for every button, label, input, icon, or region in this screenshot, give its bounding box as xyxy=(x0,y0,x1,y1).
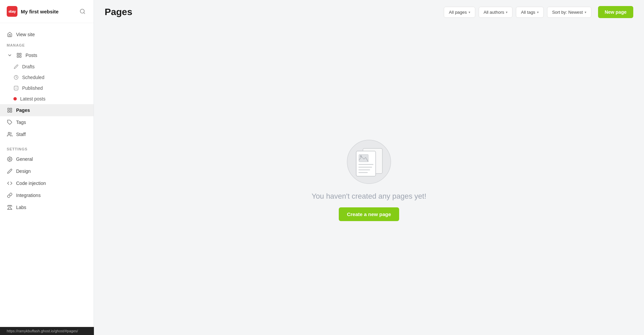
integrations-label: Integrations xyxy=(16,193,41,198)
manage-section-label: MANAGE xyxy=(0,41,94,49)
published-icon xyxy=(13,85,19,91)
sidebar-item-drafts[interactable]: Drafts xyxy=(0,61,94,72)
pages-icon xyxy=(7,107,13,113)
all-authors-label: All authors xyxy=(484,10,504,15)
staff-icon xyxy=(7,131,13,137)
empty-illustration xyxy=(345,138,392,185)
svg-rect-9 xyxy=(8,108,9,110)
staff-label: Staff xyxy=(16,132,26,137)
published-label: Published xyxy=(22,85,43,91)
sidebar-item-labs[interactable]: Labs xyxy=(0,201,94,213)
main-header: Pages All pages ▾ All authors ▾ All tags… xyxy=(94,0,644,24)
sidebar-item-posts[interactable]: Posts xyxy=(0,49,94,61)
design-icon xyxy=(7,168,13,174)
svg-point-15 xyxy=(9,158,10,160)
svg-rect-5 xyxy=(17,56,19,57)
status-bar: https://ramykbuffash.ghost.io/ghost/#pag… xyxy=(0,327,94,335)
create-new-page-button[interactable]: Create a new page xyxy=(339,207,399,221)
general-label: General xyxy=(16,156,33,162)
latest-posts-dot xyxy=(13,97,17,100)
status-url: https://ramykbuffash.ghost.io/ghost/#pag… xyxy=(7,329,78,333)
sidebar-item-tags[interactable]: Tags xyxy=(0,116,94,128)
code-icon xyxy=(7,180,13,186)
tag-icon xyxy=(7,119,13,125)
all-authors-chevron: ▾ xyxy=(506,10,507,14)
all-pages-label: All pages xyxy=(449,10,467,15)
header-controls: All pages ▾ All authors ▾ All tags ▾ Sor… xyxy=(444,6,633,18)
sidebar-item-latest-posts[interactable]: Latest posts xyxy=(0,93,94,104)
all-pages-filter[interactable]: All pages ▾ xyxy=(444,7,475,18)
sidebar-item-code-injection[interactable]: Code injection xyxy=(0,177,94,189)
scheduled-label: Scheduled xyxy=(22,75,44,80)
view-site-label: View site xyxy=(16,32,35,37)
all-tags-label: All tags xyxy=(521,10,535,15)
sidebar-item-general[interactable]: General xyxy=(0,153,94,165)
posts-icon xyxy=(16,52,22,58)
sidebar-item-published[interactable]: Published xyxy=(0,83,94,93)
sidebar: ebay My first website View site MANAGE xyxy=(0,0,94,335)
sidebar-brand: ebay My first website xyxy=(7,6,59,17)
drafts-label: Drafts xyxy=(22,64,35,69)
posts-label: Posts xyxy=(25,53,37,58)
svg-rect-4 xyxy=(19,56,21,57)
labs-icon xyxy=(7,204,13,210)
svg-rect-10 xyxy=(10,108,12,110)
page-title: Pages xyxy=(105,7,132,17)
sidebar-header: ebay My first website xyxy=(0,0,94,23)
svg-point-14 xyxy=(8,132,10,134)
svg-rect-11 xyxy=(10,111,12,112)
sidebar-item-staff[interactable]: Staff xyxy=(0,128,94,140)
chevron-down-icon xyxy=(7,52,13,58)
sidebar-item-pages[interactable]: Pages xyxy=(0,104,94,116)
ebay-logo: ebay xyxy=(7,6,17,17)
settings-section-label: SETTINGS xyxy=(0,144,94,153)
all-tags-filter[interactable]: All tags ▾ xyxy=(516,7,544,18)
sort-chevron: ▾ xyxy=(585,10,586,14)
labs-label: Labs xyxy=(16,205,26,210)
sidebar-item-scheduled[interactable]: Scheduled xyxy=(0,72,94,83)
main-content: You haven't created any pages yet! Creat… xyxy=(94,24,644,335)
sort-filter[interactable]: Sort by: Newest ▾ xyxy=(547,7,591,18)
sidebar-item-design[interactable]: Design xyxy=(0,165,94,177)
site-name: My first website xyxy=(21,9,59,14)
empty-state: You haven't created any pages yet! Creat… xyxy=(312,138,426,221)
svg-rect-3 xyxy=(19,53,21,55)
svg-rect-12 xyxy=(8,111,9,112)
tags-label: Tags xyxy=(16,120,26,125)
new-page-button[interactable]: New page xyxy=(598,6,633,18)
svg-line-1 xyxy=(84,12,85,13)
pages-label: Pages xyxy=(16,108,30,113)
search-button[interactable] xyxy=(78,7,87,16)
latest-posts-label: Latest posts xyxy=(20,96,46,102)
integrations-icon xyxy=(7,192,13,198)
gear-icon xyxy=(7,156,13,162)
sidebar-item-integrations[interactable]: Integrations xyxy=(0,189,94,201)
all-tags-chevron: ▾ xyxy=(537,10,539,14)
sidebar-nav: View site MANAGE Posts xyxy=(0,23,94,335)
code-injection-label: Code injection xyxy=(16,181,46,186)
design-label: Design xyxy=(16,169,31,174)
svg-rect-2 xyxy=(17,53,19,55)
main-area: Pages All pages ▾ All authors ▾ All tags… xyxy=(94,0,644,335)
empty-message: You haven't created any pages yet! xyxy=(312,192,426,201)
clock-icon xyxy=(13,75,19,80)
svg-point-20 xyxy=(360,155,362,157)
all-authors-filter[interactable]: All authors ▾ xyxy=(479,7,513,18)
pencil-icon xyxy=(13,64,19,69)
sort-label: Sort by: Newest xyxy=(552,10,583,15)
all-pages-chevron: ▾ xyxy=(469,10,470,14)
sidebar-item-view-site[interactable]: View site xyxy=(0,28,94,41)
home-icon xyxy=(7,31,13,38)
